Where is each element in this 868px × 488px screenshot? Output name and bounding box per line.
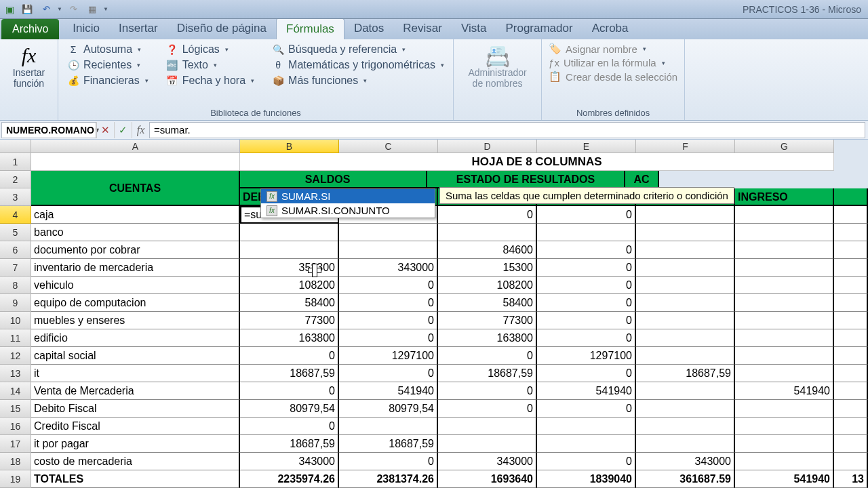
cell[interactable] xyxy=(735,294,834,312)
cell[interactable]: 0 xyxy=(537,400,636,418)
cell-cuenta[interactable]: it por pagar xyxy=(31,435,240,453)
cell[interactable] xyxy=(834,224,868,241)
cell-cuenta[interactable]: inventario de mercaderia xyxy=(31,259,240,277)
cell[interactable]: 1839040 xyxy=(537,470,636,488)
cell[interactable] xyxy=(735,224,834,241)
func-fecha-y-hora[interactable]: 📅Fecha y hora▾ xyxy=(161,73,259,88)
cell[interactable]: 18687,59 xyxy=(438,365,537,382)
cell[interactable]: 18687,59 xyxy=(339,435,438,453)
row-header-11[interactable]: 11 xyxy=(0,329,31,347)
cell[interactable] xyxy=(834,453,868,470)
cell[interactable]: 0 xyxy=(339,365,438,382)
row-header-10[interactable]: 10 xyxy=(0,312,31,329)
cell[interactable]: 1297100 xyxy=(339,347,438,365)
file-tab[interactable]: Archivo xyxy=(1,19,59,39)
name-box[interactable]: NUMERO.ROMANO ▼ xyxy=(1,122,96,138)
cell[interactable]: 0 xyxy=(339,329,438,347)
name-asignar-nombre[interactable]: 🏷️Asignar nombre▾ xyxy=(546,42,680,56)
cell[interactable] xyxy=(735,347,834,365)
cell[interactable]: 0 xyxy=(537,241,636,259)
select-all-corner[interactable] xyxy=(0,140,31,153)
col-header-A[interactable]: A xyxy=(31,140,240,153)
tab-acroba[interactable]: Acroba xyxy=(583,18,638,39)
autocomplete-item-sumar-si[interactable]: fx SUMAR.SI xyxy=(261,189,435,203)
cell[interactable]: 343000 xyxy=(636,453,735,470)
cell[interactable]: 2235974.26 xyxy=(240,470,339,488)
cell[interactable] xyxy=(438,435,537,453)
cell[interactable] xyxy=(834,365,868,382)
row-header-5[interactable]: 5 xyxy=(0,224,31,241)
hdr-saldos[interactable]: SALDOS xyxy=(229,171,427,188)
cell[interactable]: 541940 xyxy=(339,382,438,400)
cell[interactable]: 15300 xyxy=(438,259,537,277)
cell[interactable] xyxy=(31,153,240,171)
cell[interactable]: 108200 xyxy=(438,277,537,294)
cell[interactable]: 0 xyxy=(339,453,438,470)
qat-extra-button[interactable]: ▦ xyxy=(84,2,100,17)
row-header-1[interactable]: 1 xyxy=(0,153,31,171)
cell[interactable]: 18687,59 xyxy=(240,365,339,382)
cancel-button[interactable]: ✕ xyxy=(96,122,114,138)
cell[interactable]: 0 xyxy=(240,347,339,365)
cell[interactable]: 0 xyxy=(339,312,438,329)
cell[interactable]: 343000 xyxy=(339,259,438,277)
cell[interactable] xyxy=(834,382,868,400)
cell[interactable] xyxy=(438,418,537,435)
cell[interactable] xyxy=(735,453,834,470)
tab-diseño-de-página[interactable]: Diseño de página xyxy=(167,18,276,39)
cell[interactable]: 77300 xyxy=(438,312,537,329)
insert-function-button[interactable]: fx Insertar función xyxy=(4,41,54,92)
fx-button[interactable]: fx xyxy=(132,122,149,138)
cell[interactable]: 0 xyxy=(240,382,339,400)
cell[interactable] xyxy=(438,224,537,241)
row-header-15[interactable]: 15 xyxy=(0,400,31,418)
cell[interactable] xyxy=(240,241,339,259)
func-más-funciones[interactable]: 📦Más funciones▾ xyxy=(267,73,449,88)
row-header-4[interactable]: 4 xyxy=(0,206,31,224)
cell-cuenta[interactable]: capital social xyxy=(31,347,240,365)
cell[interactable]: 541940 xyxy=(537,382,636,400)
cell-cuenta[interactable]: banco xyxy=(31,224,240,241)
func-matemáticas-y-trigonométricas[interactable]: θMatemáticas y trigonométricas▾ xyxy=(267,58,449,73)
tab-inicio[interactable]: Inicio xyxy=(63,18,109,39)
cell-cuenta[interactable]: Debito Fiscal xyxy=(31,400,240,418)
row-header-12[interactable]: 12 xyxy=(0,347,31,365)
cell[interactable]: 2381374.26 xyxy=(339,470,438,488)
cell[interactable]: 0 xyxy=(537,206,636,224)
cell[interactable] xyxy=(636,206,735,224)
tab-revisar[interactable]: Revisar xyxy=(393,18,452,39)
row-header-8[interactable]: 8 xyxy=(0,277,31,294)
cell[interactable] xyxy=(636,347,735,365)
qat-customize[interactable]: ▼ xyxy=(103,6,108,12)
cell[interactable] xyxy=(636,400,735,418)
cell[interactable] xyxy=(834,400,868,418)
cell[interactable] xyxy=(636,435,735,453)
cell[interactable]: 0 xyxy=(339,277,438,294)
undo-dropdown[interactable]: ▼ xyxy=(57,6,62,12)
cell-cuenta[interactable]: Venta de Mercaderia xyxy=(31,382,240,400)
cell[interactable] xyxy=(834,259,868,277)
cell[interactable]: 343000 xyxy=(438,453,537,470)
cell[interactable]: 0 xyxy=(537,365,636,382)
cell[interactable]: 108200 xyxy=(240,277,339,294)
cell[interactable]: 0 xyxy=(537,277,636,294)
cell[interactable] xyxy=(636,329,735,347)
autocomplete-item-sumar-si-conjunto[interactable]: fx SUMAR.SI.CONJUNTO xyxy=(261,203,435,218)
cell[interactable] xyxy=(735,206,834,224)
cell[interactable]: 163800 xyxy=(240,329,339,347)
cell[interactable] xyxy=(834,277,868,294)
row-header-6[interactable]: 6 xyxy=(0,241,31,259)
cell-cuenta[interactable]: TOTALES xyxy=(31,470,240,488)
cell[interactable] xyxy=(735,241,834,259)
cell[interactable]: 58400 xyxy=(240,294,339,312)
cell[interactable] xyxy=(636,294,735,312)
cell[interactable]: 0 xyxy=(537,312,636,329)
cell[interactable] xyxy=(735,312,834,329)
cell[interactable] xyxy=(735,435,834,453)
col-header-E[interactable]: E xyxy=(537,140,636,153)
func-lógicas[interactable]: ❓Lógicas▾ xyxy=(161,42,259,57)
cell[interactable] xyxy=(537,418,636,435)
func-recientes[interactable]: 🕒Recientes▾ xyxy=(62,58,153,73)
tab-programador[interactable]: Programador xyxy=(496,18,582,39)
cell-cuenta[interactable]: it xyxy=(31,365,240,382)
